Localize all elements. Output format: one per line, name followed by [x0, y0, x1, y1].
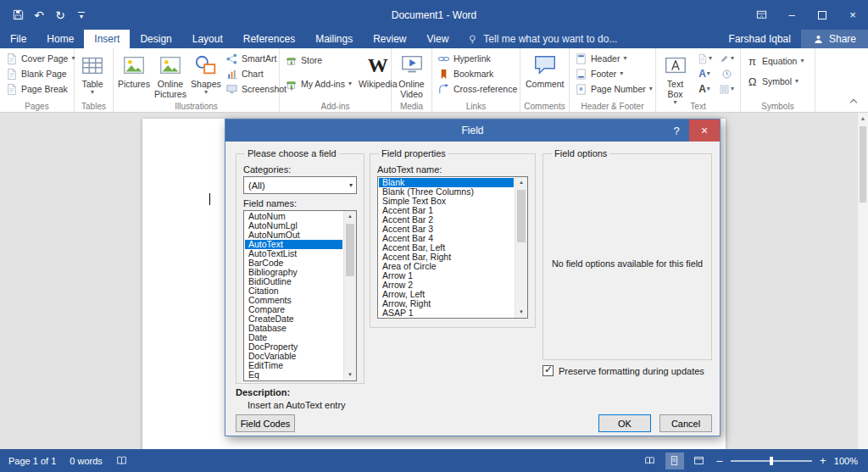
customize-quick-access-icon[interactable]: ▾	[72, 5, 91, 25]
collapse-ribbon-icon[interactable]	[851, 100, 858, 107]
text-box-button[interactable]: Text Box ▾	[659, 51, 692, 107]
scroll-thumb[interactable]	[346, 224, 354, 276]
cross-reference-button[interactable]: Cross-reference	[435, 81, 520, 97]
cover-page-button[interactable]: Cover Page ▾	[3, 51, 77, 66]
tab-home[interactable]: Home	[36, 30, 84, 48]
symbol-button[interactable]: Ω Symbol ▾	[743, 74, 806, 89]
shapes-button[interactable]: Shapes ▾	[189, 51, 223, 97]
checkbox-box[interactable]: ✓	[542, 365, 554, 376]
pictures-button[interactable]: Pictures	[116, 51, 152, 90]
blank-page-button[interactable]: Blank Page	[3, 66, 77, 81]
undo-icon[interactable]: ↶	[30, 5, 48, 25]
wikipedia-icon: W	[368, 53, 388, 77]
dialog-title-bar[interactable]: Field ? ×	[225, 119, 720, 142]
field-name-item[interactable]: Eq	[245, 370, 342, 380]
field-codes-button[interactable]: Field Codes	[236, 414, 295, 432]
autotext-name-listbox[interactable]: BlankBlank (Three Columns)Simple Text Bo…	[377, 176, 528, 319]
hyperlink-button[interactable]: Hyperlink	[435, 51, 520, 66]
ribbon-group-addins: Store My Add-ins ▾ W Wikipedia Add-ins	[280, 48, 392, 112]
close-button[interactable]: ×	[837, 0, 868, 30]
field-dialog: Field ? × Please choose a field Categori…	[225, 119, 721, 436]
scroll-down-icon[interactable]: ▼	[344, 369, 356, 380]
my-addins-button[interactable]: My Add-ins ▾	[282, 76, 354, 92]
bookmark-button[interactable]: Bookmark	[435, 66, 520, 81]
scroll-thumb[interactable]	[860, 126, 866, 203]
tab-insert[interactable]: Insert	[84, 30, 130, 48]
ribbon-tab-row: File Home Insert Design Layout Reference…	[0, 30, 868, 48]
field-names-listbox[interactable]: AutoNumAutoNumLglAutoNumOutAutoTextAutoT…	[243, 210, 357, 381]
scroll-up-icon[interactable]: ▲	[515, 177, 527, 188]
page-number-button[interactable]: Page Number ▾	[572, 81, 655, 97]
store-button[interactable]: Store	[282, 53, 354, 68]
zoom-slider[interactable]	[731, 460, 812, 462]
print-layout-button[interactable]	[665, 453, 684, 469]
page-break-button[interactable]: Page Break	[3, 81, 77, 97]
lightbulb-icon	[467, 34, 478, 45]
zoom-out-button[interactable]: –	[715, 454, 725, 467]
web-layout-button[interactable]	[690, 453, 709, 469]
user-name[interactable]: Farshad Iqbal	[719, 30, 801, 48]
share-label: Share	[829, 33, 856, 45]
ribbon: Cover Page ▾ Blank Page Page Break Pages…	[0, 48, 868, 113]
redo-icon[interactable]: ↻	[51, 5, 70, 25]
check-icon: ✓	[544, 364, 553, 375]
group-label-symbols: Symbols	[741, 102, 815, 111]
share-button[interactable]: Share	[801, 30, 868, 48]
field-names-scrollbar[interactable]: ▲ ▼	[343, 211, 356, 380]
dialog-help-button[interactable]: ?	[664, 125, 689, 137]
document-scrollbar[interactable]: ▲	[857, 113, 868, 449]
drop-cap-button[interactable]: A ▾	[693, 81, 715, 97]
save-icon[interactable]	[8, 5, 27, 25]
zoom-in-button[interactable]: +	[818, 454, 828, 467]
object-button[interactable]: ▾	[715, 81, 737, 97]
title-bar: ↶ ↻ ▾ Document1 - Word – ×	[0, 0, 868, 30]
drop-cap-icon: A	[698, 83, 706, 95]
scroll-up-icon[interactable]: ▲	[344, 211, 356, 222]
cancel-button[interactable]: Cancel	[659, 414, 712, 432]
quick-parts-button[interactable]: ▾	[693, 51, 715, 66]
tab-review[interactable]: Review	[363, 30, 416, 48]
dialog-close-button[interactable]: ×	[689, 119, 720, 142]
word-count[interactable]: 0 words	[70, 456, 103, 466]
equation-button[interactable]: π Equation ▾	[743, 53, 806, 69]
cross-reference-icon	[437, 83, 450, 96]
online-pictures-button[interactable]: Online Pictures	[152, 51, 189, 100]
minimize-button[interactable]: –	[776, 0, 807, 30]
signature-line-button[interactable]: ▾	[715, 51, 737, 66]
tab-file[interactable]: File	[0, 30, 36, 48]
chevron-down-icon: ▾	[204, 89, 208, 96]
read-mode-button[interactable]	[641, 453, 659, 469]
wordart-button[interactable]: A ▾	[693, 66, 715, 81]
choose-field-group: Please choose a field Categories: (All) …	[236, 148, 364, 384]
categories-dropdown[interactable]: (All) ▾	[243, 176, 357, 194]
date-time-button[interactable]	[715, 66, 737, 81]
tab-layout[interactable]: Layout	[182, 30, 233, 48]
autotext-scrollbar[interactable]: ▲ ▼	[515, 177, 527, 318]
table-button[interactable]: Table ▾	[77, 51, 108, 97]
tell-me-box[interactable]: Tell me what you want to do...	[459, 30, 626, 48]
ribbon-display-options-icon[interactable]	[746, 0, 776, 30]
tab-view[interactable]: View	[417, 30, 459, 48]
header-button[interactable]: Header ▾	[572, 51, 655, 66]
maximize-button[interactable]	[807, 0, 837, 30]
autotext-name-item[interactable]: ASAP 1	[379, 308, 514, 317]
zoom-slider-thumb[interactable]	[770, 457, 773, 465]
footer-button[interactable]: Footer ▾	[572, 66, 655, 81]
ok-button[interactable]: OK	[598, 414, 651, 432]
ribbon-group-illustrations: Pictures Online Pictures Shapes ▾ SmartA…	[114, 48, 280, 112]
online-video-button[interactable]: Online Video	[394, 51, 429, 100]
preserve-formatting-checkbox[interactable]: ✓ Preserve formatting during updates	[542, 365, 704, 376]
field-name-item[interactable]: EditTime	[245, 361, 342, 370]
tab-mailings[interactable]: Mailings	[305, 30, 363, 48]
tab-references[interactable]: References	[233, 30, 305, 48]
chevron-down-icon: ▾	[349, 181, 353, 189]
zoom-level[interactable]: 100%	[834, 456, 858, 466]
scroll-thumb[interactable]	[517, 190, 526, 242]
tab-design[interactable]: Design	[130, 30, 181, 48]
text-cursor	[209, 193, 210, 205]
page-indicator[interactable]: Page 1 of 1	[8, 456, 56, 466]
scroll-up-icon[interactable]: ▲	[858, 113, 868, 125]
scroll-down-icon[interactable]: ▼	[515, 307, 527, 318]
comment-button[interactable]: Comment	[523, 51, 567, 90]
proofing-status-icon[interactable]	[116, 455, 127, 466]
